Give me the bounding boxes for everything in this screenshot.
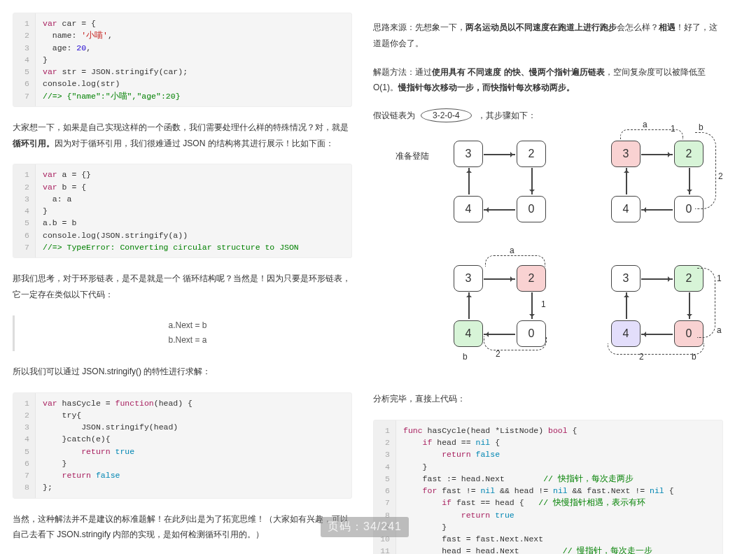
label-2: 2 — [639, 352, 644, 362]
diagram-container: 准备登陆 3 2 0 4 3 2 0 4 — [373, 136, 723, 366]
quote-line: b.Next = a — [23, 333, 352, 348]
dash-arc — [695, 132, 716, 209]
code-lines: func hasCycle(head *ListNode) bool { if … — [396, 420, 681, 554]
label-b: b — [692, 352, 696, 362]
label-a: a — [510, 246, 514, 255]
paragraph: 思路来源：先想象一下，两名运动员以不同速度在跑道上进行跑步会怎么样？相遇！好了，… — [373, 20, 723, 52]
quote-line: a.Next = b — [23, 318, 352, 334]
chain-illustration: 假设链表为 3-2-0-4 ，其步骤如下： — [373, 108, 723, 122]
blockquote: a.Next = b b.Next = a — [13, 315, 352, 351]
code-lines: var car = { name: '小喵', age: 20,}var str… — [36, 13, 195, 106]
code-block-4: 1234567891011121314 func hasCycle(head *… — [373, 420, 723, 554]
arrow — [484, 154, 515, 155]
node-4: 4 — [611, 196, 640, 222]
paragraph: 解题方法：通过使用具有 不同速度 的快、慢两个指针遍历链表，空间复杂度可以被降低… — [373, 64, 723, 97]
text: ，其步骤如下： — [477, 110, 536, 122]
label-b: b — [699, 122, 704, 132]
diagram-panel-3: 3 2 0 4 a 1 b 2 — [443, 261, 559, 366]
caption: 准备登陆 — [396, 150, 429, 162]
label-1: 1 — [671, 124, 676, 134]
text-bold: 慢指针每次移动一步，而快指针每次移动两步。 — [398, 83, 575, 92]
arrow — [689, 168, 690, 194]
code-block-2: 1234567 var a = {}var b = { a: a}a.b = b… — [13, 164, 352, 258]
arrow — [468, 292, 470, 319]
text-bold: 相遇 — [659, 22, 676, 32]
node-4: 4 — [454, 320, 483, 347]
arrow — [531, 292, 533, 319]
diagram-panel-1: 准备登陆 3 2 0 4 — [443, 136, 559, 241]
chain-ellipse: 3-2-0-4 — [421, 108, 472, 122]
page-root: 1234567 var car = { name: '小喵', age: 20,… — [0, 0, 756, 554]
gutter: 12345678 — [13, 393, 36, 498]
arrow — [484, 278, 515, 280]
paragraph: 当然，这种解法并不是建议的标准题解！在此列出是为了拓宽思维！（大家如有兴趣，可以… — [13, 511, 352, 544]
arrow — [641, 278, 673, 280]
label-2: 2 — [718, 171, 723, 181]
code-lines: var a = {}var b = { a: a}a.b = bconsole.… — [36, 164, 306, 257]
diagram-panel-2: 3 2 0 4 a 1 b 2 — [601, 136, 716, 241]
text: 解题方法：通过 — [373, 67, 432, 77]
node-2: 2 — [517, 265, 546, 292]
diagram-panel-4: 3 2 0 4 1 a 2 b — [601, 261, 716, 366]
code-lines: var hasCycle = function(head) { try{ JSO… — [36, 393, 200, 498]
label-b: b — [463, 352, 468, 362]
arrow — [689, 292, 690, 319]
page-number-badge: 页码：34/241 — [321, 517, 409, 537]
label-1: 1 — [541, 299, 546, 309]
arrow — [484, 334, 515, 335]
arrow — [468, 168, 470, 194]
node-3: 3 — [611, 265, 640, 292]
text: 因为对于循环引用，我们很难通过 JSON 的结构将其进行展示！比如下面： — [55, 138, 334, 148]
node-0: 0 — [517, 196, 546, 222]
arrow — [641, 154, 673, 155]
node-3: 3 — [454, 141, 483, 167]
code-block-1: 1234567 var car = { name: '小喵', age: 20,… — [13, 13, 352, 107]
text: 会怎么样？ — [617, 22, 659, 32]
text-bold: 使用具有 不同速度 的快、慢两个指针遍历链表 — [432, 67, 605, 77]
code-block-3: 12345678 var hasCycle = function(head) {… — [13, 392, 352, 499]
paragraph: 分析完毕，直接上代码： — [373, 391, 723, 407]
gutter: 1234567 — [13, 13, 36, 106]
diagram-grid: 准备登陆 3 2 0 4 3 2 0 4 — [373, 136, 723, 366]
dash-arc — [608, 343, 704, 355]
label-1: 1 — [717, 274, 722, 283]
paragraph: 大家想一下，如果是自己实现这样的一个函数，我们需要处理什么样的特殊情况？对，就是… — [13, 120, 352, 152]
text: 思路来源：先想象一下， — [373, 22, 465, 32]
arrow — [484, 209, 515, 211]
left-column: 1234567 var car = { name: '小喵', age: 20,… — [13, 7, 352, 554]
arrow — [626, 168, 627, 194]
right-column: 思路来源：先想象一下，两名运动员以不同速度在跑道上进行跑步会怎么样？相遇！好了，… — [373, 7, 723, 554]
node-3: 3 — [611, 141, 640, 167]
arrow — [531, 168, 533, 194]
paragraph: 那我们思考，对于环形链表，是不是就是一个 循环结构呢？当然是！因为只要是环形链表… — [13, 271, 352, 303]
text: 大家想一下，如果是自己实现这样的一个函数，我们需要处理什么样的特殊情况？对，就是 — [13, 122, 349, 132]
label-a: a — [717, 325, 722, 335]
label-a: a — [643, 120, 648, 129]
node-3: 3 — [454, 265, 483, 292]
paragraph: 所以我们可以通过 JSON.stringify() 的特性进行求解： — [13, 364, 352, 380]
arrow — [641, 209, 673, 211]
text-bold: 循环引用。 — [13, 138, 55, 148]
dash-arc — [485, 255, 545, 267]
node-4: 4 — [454, 196, 483, 222]
dash-arc — [484, 336, 547, 350]
gutter: 1234567 — [13, 164, 36, 257]
text-bold: 两名运动员以不同速度在跑道上进行跑步 — [465, 22, 617, 32]
label-2: 2 — [496, 349, 500, 359]
dash-arc — [697, 268, 715, 338]
text: 假设链表为 — [373, 110, 415, 122]
arrow — [626, 292, 627, 319]
node-2: 2 — [517, 141, 546, 167]
arrow — [641, 334, 673, 335]
